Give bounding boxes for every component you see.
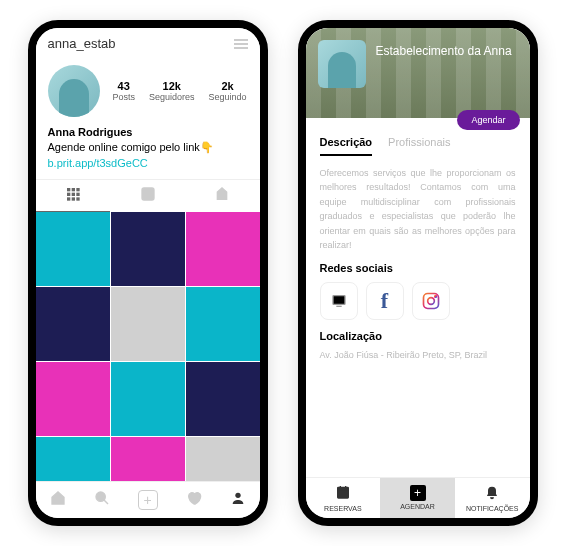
avatar[interactable]	[48, 65, 100, 117]
svg-rect-4	[71, 193, 74, 196]
est-body: Oferecemos serviços que lhe proporcionam…	[306, 156, 530, 477]
svg-point-12	[235, 493, 240, 498]
tab-reels-icon[interactable]	[110, 180, 185, 212]
svg-rect-13	[333, 296, 345, 305]
nav-notificacoes[interactable]: NOTIFICAÇÕES	[455, 478, 530, 518]
svg-point-16	[427, 298, 434, 305]
stat-label: Seguindo	[209, 92, 247, 102]
svg-rect-7	[71, 198, 74, 201]
website-icon[interactable]	[320, 282, 358, 320]
phone-screen: anna_estab 43 Posts 12k Seguidores 2k Se…	[36, 28, 260, 518]
grid-cell[interactable]	[186, 437, 260, 481]
stat-following[interactable]: 2k Seguindo	[209, 80, 247, 102]
svg-rect-6	[67, 198, 70, 201]
menu-icon[interactable]	[234, 39, 248, 49]
svg-rect-5	[76, 193, 79, 196]
phone-screen: Estabelecimento da Anna Agendar Descriçã…	[306, 28, 530, 518]
tab-grid-icon[interactable]	[36, 180, 111, 212]
stat-posts[interactable]: 43 Posts	[112, 80, 135, 102]
svg-rect-2	[76, 188, 79, 191]
plus-icon: +	[380, 484, 455, 501]
grid-cell[interactable]	[111, 362, 185, 436]
stat-label: Seguidores	[149, 92, 195, 102]
instagram-icon[interactable]	[412, 282, 450, 320]
grid-cell[interactable]	[186, 212, 260, 286]
grid-cell[interactable]	[36, 287, 110, 361]
tab-descricao[interactable]: Descrição	[320, 136, 373, 156]
svg-rect-9	[142, 188, 154, 200]
bio-link[interactable]: b.prit.app/t3sdGeCC	[48, 156, 248, 171]
social-title: Redes sociais	[320, 262, 516, 274]
phone-establishment: Estabelecimento da Anna Agendar Descriçã…	[298, 20, 538, 526]
nav-label: RESERVAS	[324, 505, 361, 512]
grid-cell[interactable]	[111, 212, 185, 286]
grid-cell[interactable]	[111, 437, 185, 481]
profile-row: 43 Posts 12k Seguidores 2k Seguindo	[36, 59, 260, 123]
home-icon[interactable]	[50, 490, 66, 510]
svg-rect-0	[67, 188, 70, 191]
nav-label: NOTIFICAÇÕES	[466, 505, 519, 512]
nav-agendar[interactable]: + AGENDAR	[380, 478, 455, 518]
establishment-header: Estabelecimento da Anna Agendar	[306, 28, 530, 118]
stat-label: Posts	[112, 92, 135, 102]
address-text: Av. João Fiúsa - Ribeirão Preto, SP, Bra…	[320, 350, 516, 360]
bio: Anna Rodrigues Agende online comigo pelo…	[36, 123, 260, 179]
bio-name: Anna Rodrigues	[48, 125, 248, 140]
stat-num: 2k	[209, 80, 247, 92]
search-icon[interactable]	[94, 490, 110, 510]
svg-point-10	[96, 492, 105, 501]
establishment-title: Estabelecimento da Anna	[376, 44, 512, 58]
tab-tagged-icon[interactable]	[185, 180, 260, 212]
nav-label: AGENDAR	[400, 503, 435, 510]
svg-rect-1	[71, 188, 74, 191]
bottom-nav: RESERVAS + AGENDAR NOTIFICAÇÕES	[306, 477, 530, 518]
avatar[interactable]	[318, 40, 366, 88]
add-post-icon[interactable]: +	[138, 490, 158, 510]
stat-num: 43	[112, 80, 135, 92]
grid-cell[interactable]	[36, 212, 110, 286]
grid-cell[interactable]	[111, 287, 185, 361]
grid-cell[interactable]	[186, 287, 260, 361]
svg-line-11	[104, 500, 108, 504]
svg-point-17	[434, 296, 436, 298]
ig-tabs	[36, 179, 260, 212]
bell-icon	[455, 484, 530, 503]
description-text: Oferecemos serviços que lhe proporcionam…	[320, 166, 516, 252]
phone-instagram: anna_estab 43 Posts 12k Seguidores 2k Se…	[28, 20, 268, 526]
grid-cell[interactable]	[36, 437, 110, 481]
ig-header: anna_estab	[36, 28, 260, 59]
bottom-nav: +	[36, 481, 260, 518]
social-buttons: f	[320, 282, 516, 320]
grid-cell[interactable]	[36, 362, 110, 436]
stat-followers[interactable]: 12k Seguidores	[149, 80, 195, 102]
bio-text: Agende online comigo pelo link👇	[48, 140, 248, 155]
photo-grid	[36, 212, 260, 481]
grid-cell[interactable]	[186, 362, 260, 436]
agendar-button[interactable]: Agendar	[457, 110, 519, 130]
heart-icon[interactable]	[186, 490, 202, 510]
stats: 43 Posts 12k Seguidores 2k Seguindo	[112, 80, 248, 102]
location-title: Localização	[320, 330, 516, 342]
facebook-icon[interactable]: f	[366, 282, 404, 320]
svg-rect-18	[337, 487, 348, 498]
calendar-icon	[306, 484, 381, 503]
nav-reservas[interactable]: RESERVAS	[306, 478, 381, 518]
svg-rect-3	[67, 193, 70, 196]
ig-username[interactable]: anna_estab	[48, 36, 116, 51]
stat-num: 12k	[149, 80, 195, 92]
tab-profissionais[interactable]: Profissionais	[388, 136, 450, 156]
svg-rect-8	[76, 198, 79, 201]
profile-icon[interactable]	[230, 490, 246, 510]
